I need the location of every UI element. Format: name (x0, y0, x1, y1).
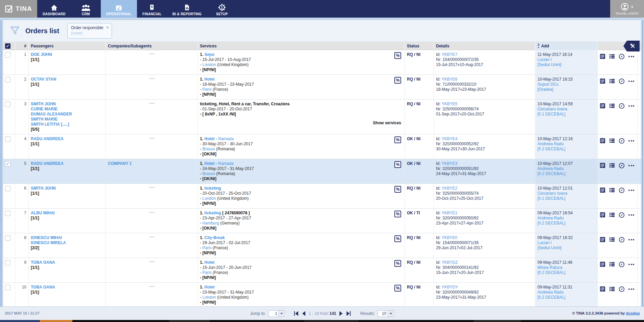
last-page-button[interactable] (346, 311, 351, 316)
order-report-icon[interactable] (600, 237, 605, 242)
row-checkbox[interactable]: ✓ (5, 161, 10, 167)
column-settings-button[interactable] (623, 42, 638, 50)
order-services-list-icon[interactable] (609, 212, 615, 218)
service-name-link[interactable]: ticketing (204, 186, 221, 191)
nav-tab-dashboard[interactable]: DASHBOARD (37, 0, 71, 18)
service-city-link[interactable]: Paris (202, 87, 211, 92)
more-actions-icon[interactable] (628, 212, 634, 218)
order-services-list-icon[interactable] (609, 103, 615, 109)
service-city-link[interactable]: London (202, 62, 216, 67)
add-user-link[interactable]: Ciocanaru Ioana (537, 191, 595, 196)
service-city-link[interactable]: London (202, 196, 216, 201)
jump-to-select[interactable]: 1 (269, 310, 285, 317)
order-navigate-icon[interactable] (619, 78, 625, 84)
order-services-list-icon[interactable] (609, 78, 615, 84)
order-services-list-icon[interactable] (609, 237, 615, 242)
order-services-list-icon[interactable] (609, 286, 615, 292)
passenger-link[interactable]: ALBU MIHAI (31, 211, 104, 216)
more-actions-icon[interactable] (628, 286, 634, 292)
more-actions-icon[interactable] (628, 138, 634, 144)
more-actions-icon[interactable] (628, 53, 634, 59)
order-id-link[interactable]: YKBYE3 (441, 161, 457, 166)
percent-icon[interactable]: % (394, 136, 401, 143)
service-name-link[interactable]: ticketing (204, 211, 221, 215)
row-checkbox[interactable]: ✓ (5, 260, 10, 265)
order-services-list-icon[interactable] (609, 138, 615, 144)
filter-chip-order-responsible[interactable]: Order responsible (none) × (67, 23, 112, 39)
more-actions-icon[interactable] (628, 78, 634, 84)
service-supplier-link[interactable]: Ramada (218, 161, 233, 166)
percent-icon[interactable]: % (394, 77, 401, 84)
more-actions-icon[interactable] (628, 261, 634, 267)
passenger-link[interactable]: DUMAS ALEXANDER (31, 112, 104, 117)
order-report-icon[interactable] (600, 212, 605, 218)
order-id-link[interactable]: YKBYDY (441, 285, 458, 289)
order-navigate-icon[interactable] (619, 212, 625, 218)
close-icon[interactable]: × (106, 25, 109, 30)
order-services-list-icon[interactable] (609, 261, 615, 267)
order-id-link[interactable]: YKBYDZ (441, 260, 458, 265)
order-report-icon[interactable] (600, 53, 605, 59)
passenger-link[interactable]: TOBA OANA (31, 260, 104, 265)
row-checkbox[interactable]: ✓ (5, 77, 10, 82)
order-id-link[interactable]: YKBYE6 (441, 77, 457, 82)
add-user-link[interactable]: Andreea Radu (537, 290, 595, 295)
header-number[interactable]: # (15, 42, 29, 50)
tina-logo[interactable]: TINA (0, 0, 37, 18)
nav-tab-financial[interactable]: $FINANCIAL (137, 0, 167, 18)
company-link[interactable]: COMPANY 1 (108, 161, 132, 166)
order-navigate-icon[interactable] (619, 103, 625, 109)
passenger-link[interactable]: SMITH JOHN (31, 186, 104, 191)
order-navigate-icon[interactable] (619, 138, 625, 144)
row-checkbox[interactable]: ✓ (5, 52, 10, 58)
percent-icon[interactable]: % (394, 211, 401, 217)
order-id-link[interactable]: YKBYE2 (441, 186, 457, 191)
passenger-link[interactable]: RADU ANDREEA (31, 161, 104, 166)
passenger-link[interactable]: SMITH LETITIA [.....] (31, 122, 104, 127)
passenger-link[interactable]: SMITH JOHN (31, 102, 104, 107)
order-id-link[interactable]: YKBYE5 (441, 102, 457, 106)
row-checkbox[interactable]: ✓ (5, 211, 10, 216)
add-user-link[interactable]: Lucian I (537, 240, 595, 245)
service-city-link[interactable]: London (202, 295, 216, 300)
order-report-icon[interactable] (600, 163, 605, 168)
service-city-link[interactable]: Hamburg (202, 221, 219, 226)
header-passengers[interactable]: Passengers (29, 42, 106, 50)
percent-icon[interactable]: % (394, 235, 401, 242)
percent-icon[interactable]: % (394, 285, 401, 292)
add-user-link[interactable]: Andreea Radu (537, 166, 595, 171)
order-navigate-icon[interactable] (619, 53, 625, 60)
service-city-link[interactable]: Paris (202, 270, 211, 275)
order-id-link[interactable]: YKBYE7 (441, 52, 457, 57)
row-checkbox[interactable]: ✓ (5, 186, 10, 191)
add-location-link[interactable]: [0.2 DECEBAL] (537, 147, 595, 152)
more-actions-icon[interactable] (628, 187, 634, 193)
next-page-button[interactable] (339, 311, 343, 316)
order-report-icon[interactable] (600, 78, 605, 84)
service-name-link[interactable]: Hotel (204, 77, 214, 82)
row-checkbox[interactable]: ✓ (5, 136, 10, 142)
order-id-link[interactable]: YKBYE0 (441, 235, 457, 240)
dcsplus-link[interactable]: dcsplus (626, 311, 640, 315)
order-report-icon[interactable] (600, 261, 605, 267)
order-services-list-icon[interactable] (609, 163, 615, 168)
order-report-icon[interactable] (600, 187, 605, 193)
header-services[interactable]: Services (198, 42, 405, 50)
order-navigate-icon[interactable] (619, 237, 625, 243)
more-actions-icon[interactable] (628, 163, 634, 168)
order-navigate-icon[interactable] (619, 261, 625, 267)
right-scroll-edge[interactable] (642, 20, 643, 306)
service-city-link[interactable]: Brasov (202, 147, 215, 151)
row-checkbox[interactable]: ✓ (5, 102, 10, 107)
add-location-link[interactable]: [0.1 DECEBAL] (537, 196, 595, 201)
header-companies[interactable]: Companies/Subagents (106, 42, 198, 50)
order-navigate-icon[interactable] (619, 163, 625, 169)
add-location-link[interactable]: [0.2 DECEBAL] (537, 221, 595, 226)
user-menu[interactable]: ∨ TRAVEL AGENT (610, 0, 644, 18)
order-id-link[interactable]: YKBYE1 (441, 211, 457, 215)
order-navigate-icon[interactable] (619, 187, 625, 193)
show-services-link[interactable]: Show services (373, 121, 401, 125)
row-checkbox[interactable]: ✓ (5, 235, 10, 241)
add-user-link[interactable]: Minea Raluca (537, 265, 595, 270)
header-status[interactable]: Status (405, 42, 434, 50)
